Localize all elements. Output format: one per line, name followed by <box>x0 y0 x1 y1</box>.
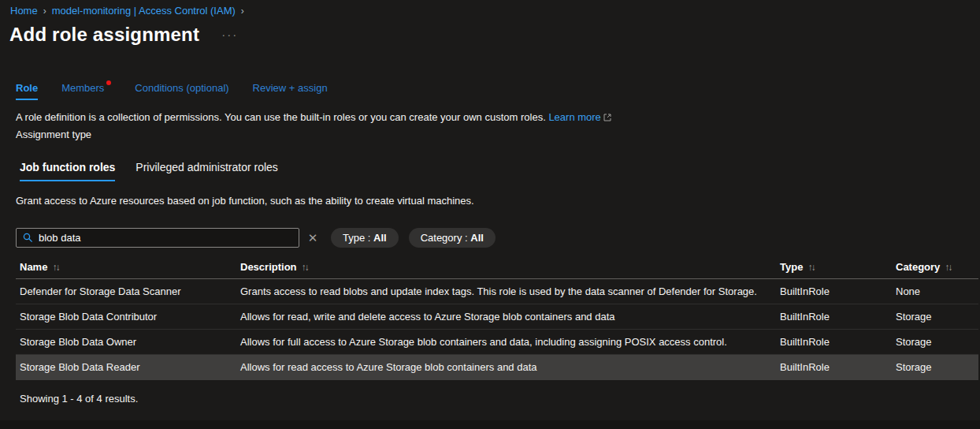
tab-conditions-label: Conditions (optional) <box>135 82 228 94</box>
page-title: Add role assignment <box>9 24 199 46</box>
breadcrumb-separator-icon: › <box>43 6 46 17</box>
cell-name: Defender for Storage Data Scanner <box>16 285 236 297</box>
subtab-privileged-admin-roles[interactable]: Privileged administrator roles <box>135 161 278 181</box>
tab-review-assign[interactable]: Review + assign <box>253 82 328 100</box>
cell-category: None <box>892 285 978 297</box>
table-row-storage-blob-data-reader[interactable]: Storage Blob Data Reader Allows for read… <box>16 355 978 380</box>
cell-description: Allows for full access to Azure Storage … <box>236 336 776 348</box>
table-header-row: Name↑↓ Description↑↓ Type↑↓ Category↑↓ <box>16 256 978 279</box>
assignment-type-label: Assignment type <box>16 129 980 140</box>
cell-description: Allows for read access to Azure Storage … <box>236 361 776 373</box>
table-row-storage-blob-data-owner[interactable]: Storage Blob Data Owner Allows for full … <box>16 330 978 355</box>
more-options-button[interactable]: ··· <box>221 31 238 39</box>
sort-icon: ↑↓ <box>945 262 951 273</box>
cell-category: Storage <box>892 311 978 323</box>
role-category-subtabs: Job function roles Privileged administra… <box>20 161 980 181</box>
table-body: Defender for Storage Data Scanner Grants… <box>16 279 978 380</box>
tab-role[interactable]: Role <box>16 82 38 100</box>
filter-category-pill[interactable]: Category : All <box>409 228 496 248</box>
results-count-text: Showing 1 - 4 of 4 results. <box>20 393 980 405</box>
subtab-job-function-roles-label: Job function roles <box>20 161 115 173</box>
column-header-description-label: Description <box>240 261 297 273</box>
filter-category-label: Category <box>421 232 462 244</box>
subtab-job-function-roles[interactable]: Job function roles <box>20 161 115 181</box>
tab-conditions[interactable]: Conditions (optional) <box>135 82 228 100</box>
search-icon <box>23 233 33 243</box>
tab-members-label: Members <box>61 82 104 94</box>
clear-search-button[interactable]: ✕ <box>305 231 321 245</box>
sort-icon: ↑↓ <box>807 262 814 273</box>
search-input[interactable] <box>39 232 292 244</box>
cell-description: Allows for read, write and delete access… <box>236 311 776 323</box>
search-filter-row: ✕ Type : All Category : All <box>16 228 980 248</box>
title-row: Add role assignment ··· <box>9 24 980 46</box>
column-header-category-label: Category <box>896 261 940 273</box>
table-row-defender-storage-data-scanner[interactable]: Defender for Storage Data Scanner Grants… <box>16 279 978 304</box>
tab-members[interactable]: Members <box>61 82 111 100</box>
cell-type: BuiltInRole <box>776 311 892 323</box>
intro-text: A role definition is a collection of per… <box>16 111 546 123</box>
table-row-storage-blob-data-contributor[interactable]: Storage Blob Data Contributor Allows for… <box>16 304 978 330</box>
cell-name: Storage Blob Data Reader <box>16 361 236 373</box>
role-definition-intro: A role definition is a collection of per… <box>16 111 980 124</box>
cell-name: Storage Blob Data Contributor <box>16 311 236 323</box>
cell-name: Storage Blob Data Owner <box>16 336 236 348</box>
column-header-description[interactable]: Description↑↓ <box>236 261 776 273</box>
column-header-type[interactable]: Type↑↓ <box>776 261 892 273</box>
column-header-name-label: Name <box>20 261 47 273</box>
breadcrumb-resource-link[interactable]: model-monitoring | Access Control (IAM) <box>52 5 236 17</box>
tab-role-label: Role <box>16 82 38 94</box>
members-alert-dot-icon <box>106 80 111 85</box>
wizard-tabs: Role Members Conditions (optional) Revie… <box>16 82 980 100</box>
filter-category-value: All <box>470 232 484 244</box>
learn-more-link[interactable]: Learn more <box>548 111 600 123</box>
cell-description: Grants access to read blobs and update i… <box>236 285 776 297</box>
column-header-type-label: Type <box>780 261 803 273</box>
column-header-name[interactable]: Name↑↓ <box>16 261 236 273</box>
breadcrumb-home-link[interactable]: Home <box>10 5 38 17</box>
cell-type: BuiltInRole <box>776 285 892 297</box>
sort-icon: ↑↓ <box>302 262 308 273</box>
filter-separator: : <box>462 232 470 244</box>
cell-category: Storage <box>892 336 978 348</box>
cell-type: BuiltInRole <box>776 336 892 348</box>
roles-table: Name↑↓ Description↑↓ Type↑↓ Category↑↓ D… <box>16 256 978 380</box>
external-link-icon <box>603 112 611 124</box>
breadcrumb: Home › model-monitoring | Access Control… <box>0 0 980 17</box>
filter-type-label: Type <box>343 232 365 244</box>
add-role-assignment-page: Home › model-monitoring | Access Control… <box>0 0 980 429</box>
search-input-wrapper[interactable] <box>16 228 299 248</box>
filter-type-value: All <box>373 232 387 244</box>
grant-access-description: Grant access to Azure resources based on… <box>16 195 980 207</box>
cell-category: Storage <box>892 361 978 373</box>
filter-separator: : <box>365 232 373 244</box>
cell-type: BuiltInRole <box>776 361 892 373</box>
sort-icon: ↑↓ <box>52 262 58 273</box>
filter-type-pill[interactable]: Type : All <box>331 228 399 248</box>
bottom-edge-strip <box>0 420 980 429</box>
tab-review-assign-label: Review + assign <box>253 82 328 94</box>
subtab-privileged-admin-roles-label: Privileged administrator roles <box>135 161 278 173</box>
column-header-category[interactable]: Category↑↓ <box>892 261 978 273</box>
breadcrumb-separator-icon: › <box>241 6 244 17</box>
